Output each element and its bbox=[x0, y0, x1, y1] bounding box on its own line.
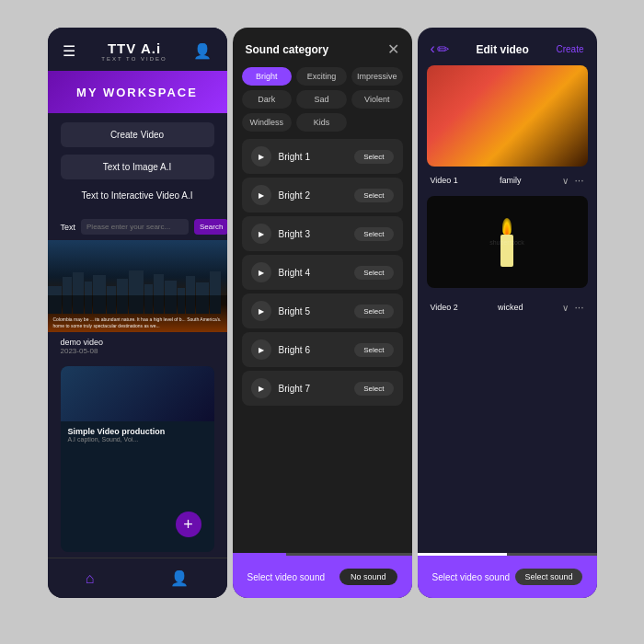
sound-left-5: ▶ Bright 5 bbox=[251, 301, 310, 321]
select-button-7[interactable]: Select bbox=[354, 382, 393, 396]
search-button[interactable]: Search bbox=[194, 219, 226, 235]
video2-name: Video 2 bbox=[431, 303, 458, 312]
sound-left-7: ▶ Bright 7 bbox=[251, 378, 310, 398]
play-button-3[interactable]: ▶ bbox=[251, 224, 271, 244]
no-sound-button[interactable]: No sound bbox=[339, 569, 397, 585]
more-icon-1[interactable]: ··· bbox=[574, 174, 583, 187]
create-button[interactable]: Create bbox=[556, 44, 583, 54]
create-video-button[interactable]: Create Video bbox=[61, 122, 214, 147]
video2-label-row: Video 2 wicked ∨ ··· bbox=[418, 293, 597, 317]
sound-name-1: Bright 1 bbox=[279, 152, 310, 162]
select-button-1[interactable]: Select bbox=[354, 150, 393, 164]
sound-item-6: ▶ Bright 6 Select bbox=[242, 332, 403, 367]
watermark-text: shutterstock bbox=[489, 239, 524, 246]
modal-title: Sound category bbox=[246, 43, 329, 56]
sound-item-1: ▶ Bright 1 Select bbox=[242, 139, 403, 174]
action-buttons: Create Video Text to Image A.I Text to I… bbox=[48, 113, 227, 213]
select-button-5[interactable]: Select bbox=[354, 305, 393, 318]
video2-thumbnail: shutterstock bbox=[427, 196, 588, 288]
fab-add-button[interactable]: + bbox=[176, 512, 201, 537]
video1-name: Video 1 bbox=[431, 176, 458, 185]
bottom-navigation: ⌂ 👤 bbox=[48, 558, 227, 598]
sound-name-4: Bright 4 bbox=[279, 268, 310, 278]
select-button-4[interactable]: Select bbox=[354, 266, 393, 280]
workspace-banner: MY WORKSPACE bbox=[48, 71, 227, 113]
sound-footer: Select video sound No sound bbox=[233, 556, 412, 598]
more-icon-2[interactable]: ··· bbox=[574, 301, 583, 314]
video-info: demo video 2023-05-08 bbox=[48, 332, 227, 361]
video-name: demo video bbox=[61, 338, 214, 347]
video1-label-row: Video 1 family ∨ ··· bbox=[418, 167, 597, 190]
search-input[interactable] bbox=[81, 219, 189, 235]
sound-name-6: Bright 6 bbox=[279, 345, 310, 355]
sound-item-2: ▶ Bright 2 Select bbox=[242, 178, 403, 213]
select-button-3[interactable]: Select bbox=[354, 227, 393, 241]
category-bright[interactable]: Bright bbox=[242, 67, 293, 86]
sound-left-1: ▶ Bright 1 bbox=[251, 146, 310, 167]
sound-name-7: Bright 7 bbox=[279, 384, 310, 394]
hamburger-icon[interactable]: ☰ bbox=[63, 42, 75, 60]
dropdown-icon-2[interactable]: ∨ bbox=[562, 303, 569, 313]
select-button-2[interactable]: Select bbox=[354, 189, 393, 202]
sound-left-2: ▶ Bright 2 bbox=[251, 185, 310, 205]
text-interactive-button[interactable]: Text to Interactive Video A.I bbox=[61, 187, 214, 204]
modal-header: Sound category ✕ bbox=[233, 28, 412, 67]
profile-nav-icon[interactable]: 👤 bbox=[170, 569, 189, 587]
sound-name-3: Bright 3 bbox=[279, 229, 310, 239]
search-label: Text bbox=[61, 223, 76, 232]
text-to-image-button[interactable]: Text to Image A.I bbox=[61, 155, 214, 179]
video2-tag: wicked bbox=[498, 303, 523, 312]
sound-left-3: ▶ Bright 3 bbox=[251, 224, 310, 244]
video-thumbnail: Colombia may be ... its abundant nature.… bbox=[48, 240, 227, 332]
edit-header: ‹ ✏ Edit video Create bbox=[418, 28, 597, 65]
video1-actions: ∨ ··· bbox=[562, 174, 583, 187]
screen1-header: ☰ TTV A.i TEXT TO VIDEO 👤 bbox=[48, 28, 227, 71]
play-button-7[interactable]: ▶ bbox=[251, 378, 271, 398]
logo: TTV A.i TEXT TO VIDEO bbox=[101, 40, 167, 62]
sound-item-7: ▶ Bright 7 Select bbox=[242, 371, 403, 406]
play-button-1[interactable]: ▶ bbox=[251, 146, 271, 167]
user-icon[interactable]: 👤 bbox=[193, 42, 212, 60]
category-exciting[interactable]: Exciting bbox=[296, 67, 347, 86]
play-button-5[interactable]: ▶ bbox=[251, 301, 271, 321]
edit-footer: Select video sound Select sound bbox=[418, 556, 597, 598]
category-impressive[interactable]: Impressive bbox=[351, 67, 403, 86]
category-windless[interactable]: Windless bbox=[242, 113, 293, 132]
screen-workspace: ☰ TTV A.i TEXT TO VIDEO 👤 MY WORKSPACE C… bbox=[48, 28, 227, 598]
back-button[interactable]: ‹ ✏ bbox=[431, 40, 449, 58]
play-button-4[interactable]: ▶ bbox=[251, 262, 271, 282]
home-nav-icon[interactable]: ⌂ bbox=[86, 570, 95, 587]
progress-bar bbox=[233, 553, 412, 556]
category-dark[interactable]: Dark bbox=[242, 90, 293, 109]
edit-title: Edit video bbox=[476, 43, 528, 56]
play-button-2[interactable]: ▶ bbox=[251, 185, 271, 205]
video-description: Colombia may be ... its abundant nature.… bbox=[53, 316, 222, 328]
select-button-6[interactable]: Select bbox=[354, 343, 393, 357]
edit-footer-label: Select video sound bbox=[432, 572, 511, 582]
card-title: Simple Video production bbox=[68, 427, 207, 436]
video1-thumbnail bbox=[427, 65, 588, 167]
card-content: Simple Video production A.I caption, Sou… bbox=[61, 421, 214, 448]
sound-item-4: ▶ Bright 4 Select bbox=[242, 255, 403, 290]
play-button-6[interactable]: ▶ bbox=[251, 339, 271, 360]
production-card[interactable]: Simple Video production A.I caption, Sou… bbox=[61, 366, 214, 552]
sound-left-6: ▶ Bright 6 bbox=[251, 339, 310, 360]
card-background bbox=[61, 366, 214, 421]
screen-edit-video: ‹ ✏ Edit video Create Video 1 family ∨ ·… bbox=[418, 28, 597, 598]
sound-name-5: Bright 5 bbox=[279, 306, 310, 316]
candle-flame bbox=[502, 218, 512, 235]
sound-list: ▶ Bright 1 Select ▶ Bright 2 Select ▶ Br… bbox=[233, 139, 412, 553]
logo-title: TTV A.i bbox=[108, 40, 161, 56]
video1-tag: family bbox=[500, 176, 522, 185]
category-violent[interactable]: Violent bbox=[351, 90, 403, 109]
close-icon[interactable]: ✕ bbox=[387, 40, 399, 58]
video2-actions: ∨ ··· bbox=[562, 301, 583, 314]
progress-fill bbox=[233, 553, 287, 556]
sound-item-5: ▶ Bright 5 Select bbox=[242, 293, 403, 328]
dropdown-icon-1[interactable]: ∨ bbox=[562, 176, 569, 186]
search-bar: Text Search bbox=[48, 213, 227, 240]
select-sound-button[interactable]: Select sound bbox=[515, 569, 581, 585]
category-sad[interactable]: Sad bbox=[296, 90, 347, 109]
screen-sound-category: Sound category ✕ Bright Exciting Impress… bbox=[233, 28, 412, 598]
category-kids[interactable]: Kids bbox=[296, 113, 347, 132]
